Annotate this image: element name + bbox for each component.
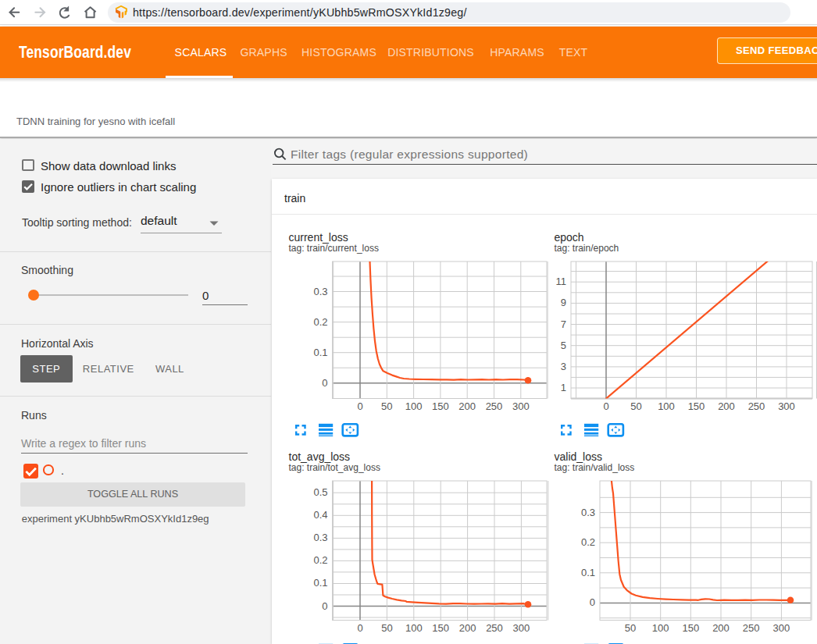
svg-text:250: 250	[743, 622, 760, 634]
svg-text:300: 300	[512, 400, 530, 412]
svg-text:100: 100	[658, 400, 675, 412]
svg-text:7: 7	[561, 318, 566, 330]
svg-text:50: 50	[381, 622, 392, 634]
svg-text:50: 50	[625, 622, 636, 634]
svg-text:3: 3	[561, 361, 566, 372]
svg-text:150: 150	[682, 622, 699, 634]
svg-text:5: 5	[561, 340, 566, 351]
svg-text:0.3: 0.3	[581, 507, 595, 518]
svg-text:0: 0	[603, 400, 608, 412]
svg-text:250: 250	[748, 400, 765, 412]
svg-text:0: 0	[322, 377, 327, 389]
svg-text:100: 100	[652, 622, 669, 634]
svg-text:1: 1	[561, 382, 566, 393]
svg-text:0.3: 0.3	[313, 532, 327, 543]
svg-text:0.2: 0.2	[581, 536, 595, 548]
svg-text:0.4: 0.4	[313, 509, 327, 521]
svg-text:100: 100	[405, 622, 423, 634]
svg-text:0.2: 0.2	[313, 554, 327, 566]
svg-text:0.1: 0.1	[313, 577, 327, 589]
svg-text:150: 150	[432, 622, 449, 634]
svg-text:150: 150	[688, 400, 705, 412]
svg-text:200: 200	[718, 400, 735, 412]
svg-text:0.3: 0.3	[313, 286, 327, 297]
svg-text:0.1: 0.1	[581, 567, 595, 578]
svg-text:100: 100	[405, 400, 423, 412]
svg-text:0.1: 0.1	[313, 347, 327, 358]
svg-text:300: 300	[778, 400, 795, 412]
svg-text:0: 0	[322, 600, 327, 612]
svg-text:0.5: 0.5	[313, 486, 327, 498]
svg-text:9: 9	[561, 297, 566, 308]
svg-text:250: 250	[486, 622, 503, 634]
svg-text:50: 50	[630, 400, 641, 412]
svg-text:300: 300	[513, 622, 530, 634]
svg-text:300: 300	[773, 622, 790, 634]
svg-text:250: 250	[486, 400, 503, 412]
svg-text:200: 200	[712, 622, 730, 634]
svg-text:0: 0	[590, 596, 595, 608]
svg-text:11: 11	[556, 276, 567, 287]
svg-text:150: 150	[432, 400, 449, 412]
svg-text:50: 50	[381, 400, 392, 412]
svg-text:0: 0	[357, 400, 362, 412]
svg-text:0.2: 0.2	[313, 316, 327, 328]
svg-text:0: 0	[357, 622, 362, 634]
svg-text:200: 200	[458, 400, 476, 412]
svg-text:200: 200	[459, 622, 476, 634]
